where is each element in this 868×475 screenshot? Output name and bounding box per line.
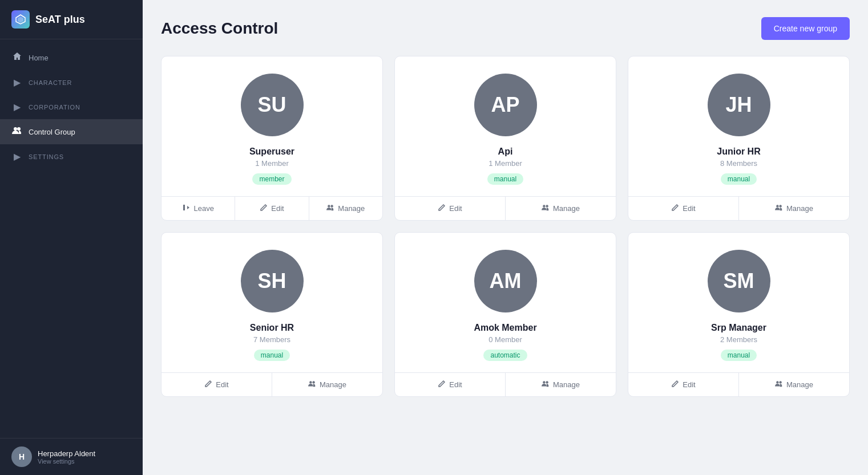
- svg-point-7: [546, 205, 548, 207]
- manage-button[interactable]: Manage: [506, 197, 616, 220]
- user-info: Herpaderp Aldent View settings: [38, 449, 95, 465]
- svg-point-6: [543, 205, 545, 207]
- groups-grid: SU Superuser 1 Member member Leave Edit …: [161, 56, 850, 397]
- home-icon: [11, 52, 23, 63]
- manage-icon: [308, 380, 316, 389]
- svg-point-15: [779, 381, 781, 383]
- nav-menu: Home ▶ CHARACTER ▶ CORPORATION Control G…: [0, 39, 143, 438]
- group-card-senior-hr: SH Senior HR 7 Members manual Edit Manag…: [161, 232, 383, 397]
- card-body-superuser: SU Superuser 1 Member member: [162, 56, 382, 196]
- group-avatar-amok-member: AM: [474, 250, 537, 312]
- svg-point-5: [331, 205, 333, 207]
- edit-button[interactable]: Edit: [395, 373, 506, 396]
- svg-point-14: [776, 381, 778, 383]
- svg-point-12: [543, 381, 545, 383]
- group-name-junior-hr: Junior HR: [717, 147, 760, 157]
- group-avatar-senior-hr: SH: [241, 250, 304, 312]
- leave-button[interactable]: Leave: [162, 197, 235, 220]
- manage-button[interactable]: Manage: [506, 373, 616, 396]
- group-card-srp-manager: SM Srp Manager 2 Members manual Edit Man…: [628, 232, 850, 397]
- manage-icon: [542, 204, 550, 213]
- card-actions-amok-member: Edit Manage: [395, 372, 616, 396]
- svg-point-13: [546, 381, 548, 383]
- user-avatar: H: [11, 446, 32, 467]
- logo-icon: [11, 10, 30, 29]
- group-avatar-junior-hr: JH: [708, 74, 770, 136]
- group-members-api: 1 Member: [488, 159, 522, 168]
- group-badge-amok-member: automatic: [483, 350, 527, 361]
- group-badge-srp-manager: manual: [721, 350, 757, 361]
- card-body-api: AP Api 1 Member manual: [395, 56, 616, 196]
- svg-point-9: [779, 205, 781, 207]
- character-arrow-icon: ▶: [11, 77, 23, 88]
- manage-button[interactable]: Manage: [739, 197, 849, 220]
- svg-point-4: [328, 205, 330, 207]
- card-body-srp-manager: SM Srp Manager 2 Members manual: [628, 233, 849, 372]
- card-actions-superuser: Leave Edit Manage: [162, 196, 382, 220]
- logo-area[interactable]: SeAT plus: [0, 0, 143, 39]
- edit-icon: [438, 204, 446, 213]
- card-actions-junior-hr: Edit Manage: [628, 196, 849, 220]
- card-body-junior-hr: JH Junior HR 8 Members manual: [628, 56, 849, 196]
- app-name: SeAT plus: [35, 14, 85, 26]
- group-avatar-superuser: SU: [241, 74, 304, 136]
- card-actions-srp-manager: Edit Manage: [628, 372, 849, 396]
- settings-arrow-icon: ▶: [11, 151, 23, 162]
- manage-button[interactable]: Manage: [739, 373, 849, 396]
- group-name-srp-manager: Srp Manager: [711, 323, 766, 333]
- group-badge-superuser: member: [252, 173, 291, 185]
- sidebar-item-settings[interactable]: ▶ SETTINGS: [0, 144, 143, 169]
- svg-point-11: [312, 381, 314, 383]
- sidebar-item-home[interactable]: Home: [0, 45, 143, 70]
- svg-point-2: [14, 127, 17, 131]
- page-header: Access Control Create new group: [161, 17, 850, 40]
- card-body-senior-hr: SH Senior HR 7 Members manual: [162, 233, 382, 372]
- manage-icon: [775, 204, 783, 213]
- svg-point-3: [17, 127, 21, 131]
- svg-point-8: [776, 205, 778, 207]
- main-content: Access Control Create new group SU Super…: [143, 0, 868, 475]
- user-name: Herpaderp Aldent: [38, 449, 95, 458]
- group-badge-senior-hr: manual: [254, 350, 290, 361]
- sidebar-item-character[interactable]: ▶ CHARACTER: [0, 70, 143, 95]
- sidebar: SeAT plus Home ▶ CHARACTER ▶ CORPORATION: [0, 0, 143, 475]
- edit-icon: [204, 380, 212, 389]
- card-body-amok-member: AM Amok Member 0 Member automatic: [395, 233, 616, 372]
- group-members-amok-member: 0 Member: [488, 335, 522, 344]
- leave-icon: [182, 204, 190, 213]
- sidebar-item-corporation[interactable]: ▶ CORPORATION: [0, 95, 143, 119]
- group-badge-api: manual: [487, 173, 523, 185]
- group-name-api: Api: [498, 147, 513, 157]
- group-avatar-api: AP: [474, 74, 537, 136]
- edit-button[interactable]: Edit: [395, 197, 506, 220]
- control-group-label: Control Group: [29, 128, 75, 136]
- manage-button[interactable]: Manage: [309, 197, 382, 220]
- create-new-group-button[interactable]: Create new group: [761, 17, 850, 40]
- edit-button[interactable]: Edit: [235, 197, 309, 220]
- card-actions-senior-hr: Edit Manage: [162, 372, 382, 396]
- edit-button[interactable]: Edit: [628, 373, 739, 396]
- group-card-junior-hr: JH Junior HR 8 Members manual Edit Manag…: [628, 56, 850, 221]
- sidebar-item-control-group[interactable]: Control Group: [0, 119, 143, 144]
- edit-button[interactable]: Edit: [628, 197, 739, 220]
- manage-button[interactable]: Manage: [272, 373, 382, 396]
- svg-marker-1: [18, 17, 23, 23]
- edit-icon: [438, 380, 446, 389]
- control-group-icon: [11, 126, 23, 137]
- svg-point-10: [309, 381, 312, 383]
- group-members-superuser: 1 Member: [255, 159, 289, 168]
- settings-label: SETTINGS: [29, 153, 64, 160]
- card-actions-api: Edit Manage: [395, 196, 616, 220]
- page-title: Access Control: [161, 19, 278, 38]
- group-name-superuser: Superuser: [249, 147, 294, 157]
- group-members-junior-hr: 8 Members: [720, 159, 757, 168]
- group-card-api: AP Api 1 Member manual Edit Manage: [394, 56, 616, 221]
- manage-icon: [542, 380, 550, 389]
- edit-button[interactable]: Edit: [162, 373, 272, 396]
- home-label: Home: [29, 54, 49, 62]
- user-footer[interactable]: H Herpaderp Aldent View settings: [0, 438, 143, 475]
- corporation-label: CORPORATION: [29, 104, 80, 111]
- group-badge-junior-hr: manual: [721, 173, 757, 185]
- group-card-superuser: SU Superuser 1 Member member Leave Edit …: [161, 56, 383, 221]
- view-settings-link: View settings: [38, 458, 95, 465]
